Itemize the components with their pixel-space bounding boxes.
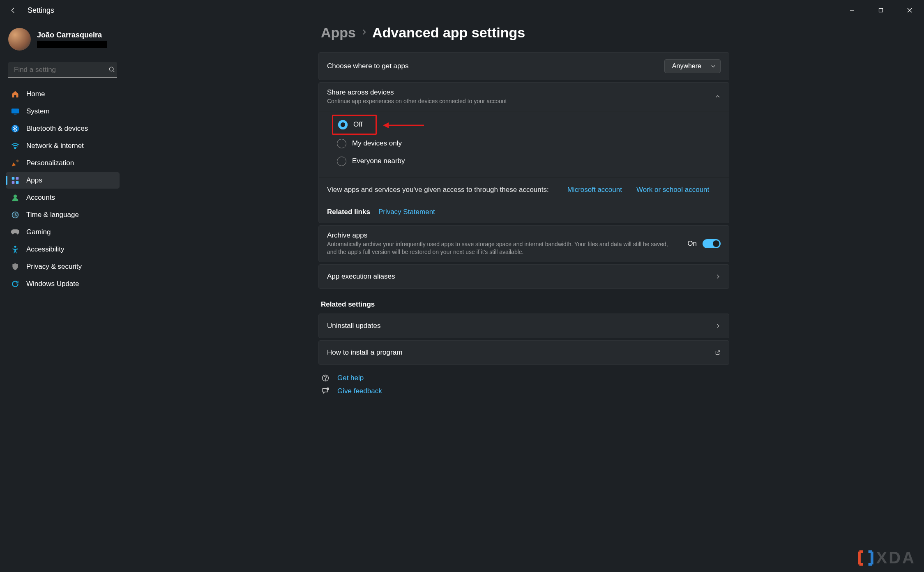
radio-selected-icon [338, 120, 348, 129]
chevron-up-icon [715, 94, 721, 99]
apps-icon [11, 176, 20, 185]
link-privacy-statement[interactable]: Privacy Statement [378, 208, 435, 216]
watermark: XDA [857, 549, 916, 567]
nav-label: Bluetooth & devices [26, 125, 88, 133]
access-text: View apps and services you've given acce… [327, 186, 549, 194]
nav-home[interactable]: Home [6, 86, 120, 102]
nav: Home System Bluetooth & devices Network … [4, 86, 121, 292]
radio-unselected-icon [337, 157, 346, 166]
radio-my-devices[interactable]: My devices only [319, 135, 729, 152]
svg-rect-11 [16, 177, 19, 180]
card-get-apps[interactable]: Choose where to get apps Anywhere [318, 52, 729, 80]
card-label: Archive apps [327, 231, 677, 240]
nav-update[interactable]: Windows Update [6, 276, 120, 292]
radio-everyone[interactable]: Everyone nearby [319, 152, 729, 170]
card-uninstall-updates[interactable]: Uninstall updates [318, 314, 729, 338]
external-link-icon [715, 350, 721, 355]
annotation-highlight: Off [332, 115, 377, 135]
time-icon [11, 210, 20, 219]
update-icon [11, 279, 20, 288]
svg-rect-13 [16, 181, 19, 184]
profile[interactable]: João Carrasqueira [4, 25, 121, 55]
dropdown-get-apps[interactable]: Anywhere [664, 59, 721, 73]
card-label: How to install a program [327, 348, 715, 357]
card-archive-apps[interactable]: Archive apps Automatically archive your … [318, 225, 729, 262]
bluetooth-icon [11, 124, 20, 133]
main: Apps Advanced app settings Choose where … [125, 21, 924, 572]
svg-rect-6 [12, 108, 19, 113]
toggle-switch[interactable] [703, 239, 721, 248]
chevron-right-icon [361, 29, 367, 37]
window-controls [838, 0, 924, 21]
link-ms-account[interactable]: Microsoft account [567, 186, 622, 194]
nav-label: Gaming [26, 228, 51, 236]
accounts-icon [11, 193, 20, 202]
nav-label: Apps [26, 176, 42, 185]
chevron-down-icon [710, 63, 716, 69]
related-links-row: Related links Privacy Statement [319, 202, 729, 223]
user-email-redacted [37, 41, 107, 48]
search-input[interactable] [8, 66, 107, 74]
card-sub: Automatically archive your infrequently … [327, 240, 677, 256]
nav-time[interactable]: Time & language [6, 207, 120, 223]
get-help-link[interactable]: Get help [321, 374, 729, 382]
give-feedback-link[interactable]: Give feedback [321, 387, 729, 395]
chevron-right-icon [715, 274, 721, 279]
svg-rect-12 [12, 181, 15, 184]
card-app-aliases[interactable]: App execution aliases [318, 264, 729, 289]
nav-privacy[interactable]: Privacy & security [6, 258, 120, 275]
breadcrumb-parent[interactable]: Apps [321, 25, 356, 41]
svg-point-16 [14, 246, 16, 248]
radio-off[interactable]: Off [334, 117, 362, 133]
nav-label: Accounts [26, 194, 55, 202]
link-work-account[interactable]: Work or school account [636, 186, 709, 194]
nav-apps[interactable]: Apps [6, 172, 120, 189]
card-header[interactable]: Share across devices Continue app experi… [319, 83, 729, 111]
nav-label: Windows Update [26, 280, 79, 288]
svg-point-20 [327, 387, 329, 390]
nav-bluetooth[interactable]: Bluetooth & devices [6, 120, 120, 137]
svg-point-14 [14, 195, 17, 198]
nav-personalization[interactable]: Personalization [6, 155, 120, 171]
nav-accessibility[interactable]: Accessibility [6, 241, 120, 258]
back-button[interactable] [9, 6, 17, 14]
maximize-button[interactable] [866, 0, 895, 21]
link-label: Get help [337, 374, 364, 382]
nav-label: System [26, 107, 50, 115]
nav-gaming[interactable]: Gaming [6, 224, 120, 240]
nav-label: Home [26, 90, 45, 98]
nav-label: Network & internet [26, 142, 84, 150]
radio-label: My devices only [352, 139, 402, 148]
footer-links: Get help Give feedback [321, 374, 729, 395]
svg-rect-7 [14, 114, 17, 115]
nav-network[interactable]: Network & internet [6, 138, 120, 154]
close-button[interactable] [895, 0, 924, 21]
network-icon [11, 141, 20, 150]
avatar [8, 28, 31, 51]
titlebar: Settings [0, 0, 924, 21]
nav-label: Accessibility [26, 245, 65, 254]
dropdown-value: Anywhere [672, 62, 701, 70]
card-label: App execution aliases [327, 272, 715, 281]
svg-line-5 [113, 71, 115, 72]
card-label: Share across devices [327, 88, 715, 97]
card-share-devices: Share across devices Continue app experi… [318, 82, 729, 223]
system-icon [11, 107, 20, 116]
svg-point-4 [109, 67, 113, 71]
svg-point-19 [325, 379, 326, 380]
sidebar: João Carrasqueira Home System Bluetooth … [0, 21, 125, 297]
nav-accounts[interactable]: Accounts [6, 189, 120, 206]
minimize-button[interactable] [838, 0, 866, 21]
radio-label: Everyone nearby [352, 157, 405, 165]
card-how-to-install[interactable]: How to install a program [318, 340, 729, 365]
watermark-text: XDA [876, 549, 916, 567]
home-icon [11, 90, 20, 99]
annotation-arrow [383, 121, 424, 129]
search-box[interactable] [8, 62, 117, 78]
user-name: João Carrasqueira [37, 31, 107, 39]
nav-label: Personalization [26, 159, 74, 167]
personalization-icon [11, 159, 20, 168]
card-sub: Continue app experiences on other device… [327, 97, 715, 105]
nav-system[interactable]: System [6, 103, 120, 120]
privacy-icon [11, 262, 20, 271]
